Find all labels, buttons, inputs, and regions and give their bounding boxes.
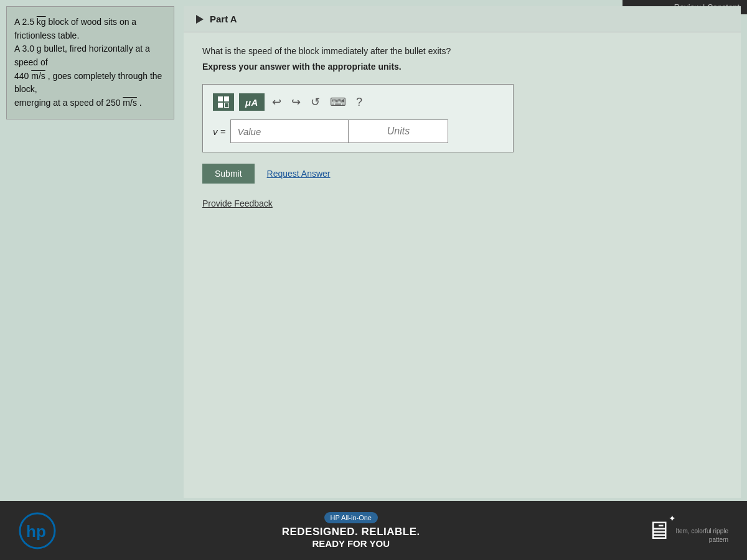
grid-icon: [218, 96, 229, 108]
grid-button[interactable]: [213, 93, 234, 111]
hp-small-text: Item, colorful ripple pattern: [676, 527, 728, 544]
monitor-icon: 🖥: [646, 516, 671, 544]
mu-icon: μA: [245, 97, 258, 108]
help-button[interactable]: ?: [354, 95, 365, 110]
unit-kg: kg: [37, 17, 46, 27]
collapse-triangle[interactable]: [196, 15, 204, 24]
request-answer-button[interactable]: Request Answer: [267, 169, 331, 179]
monitor-icon-wrapper: 🖥 ✦: [646, 516, 671, 544]
hp-logo: hp: [19, 512, 56, 549]
hp-badge: HP All-in-One: [324, 512, 378, 523]
monitor-area: 🖥 ✦ Item, colorful ripple pattern: [646, 516, 728, 544]
buttons-row: Submit Request Answer: [202, 164, 722, 184]
value-input[interactable]: [230, 119, 349, 143]
hp-ad: HP All-in-One REDESIGNED. RELIABLE. READ…: [282, 512, 420, 549]
question-text: What is the speed of the block immediate…: [202, 45, 722, 58]
unit-ms2: m/s: [123, 98, 137, 108]
hp-tagline-main: REDESIGNED. RELIABLE.: [282, 526, 420, 538]
keyboard-button[interactable]: ⌨: [327, 94, 349, 110]
toolbar: μA ↩ ↪ ↺ ⌨ ?: [213, 93, 503, 111]
question-instruction: Express your answer with the appropriate…: [202, 62, 722, 72]
part-a-header: Part A: [184, 6, 741, 32]
question-area: What is the speed of the block immediate…: [184, 32, 741, 221]
answer-box: μA ↩ ↪ ↺ ⌨ ? v =: [202, 84, 514, 152]
submit-button[interactable]: Submit: [202, 164, 255, 184]
reset-button[interactable]: ↺: [308, 94, 322, 110]
input-row: v =: [213, 119, 503, 143]
problem-statement: A 2.5 kg block of wood sits on a frictio…: [6, 6, 174, 119]
undo-button[interactable]: ↩: [270, 94, 284, 110]
sparkle-icon: ✦: [669, 513, 676, 523]
part-a-label: Part A: [210, 14, 237, 24]
redo-button[interactable]: ↪: [289, 94, 303, 110]
mu-button[interactable]: μA: [239, 93, 265, 111]
svg-text:hp: hp: [26, 522, 46, 541]
input-label: v =: [213, 126, 225, 137]
provide-feedback-button[interactable]: Provide Feedback: [202, 198, 273, 208]
problem-text: A 2.5 kg block of wood sits on a frictio…: [14, 17, 162, 108]
unit-ms1: m/s: [31, 71, 45, 81]
bottom-bar: hp HP All-in-One REDESIGNED. RELIABLE. R…: [0, 501, 747, 560]
hp-tagline-sub: READY FOR YOU: [312, 538, 390, 549]
units-input[interactable]: [349, 119, 448, 143]
right-panel: Part A What is the speed of the block im…: [184, 6, 741, 498]
